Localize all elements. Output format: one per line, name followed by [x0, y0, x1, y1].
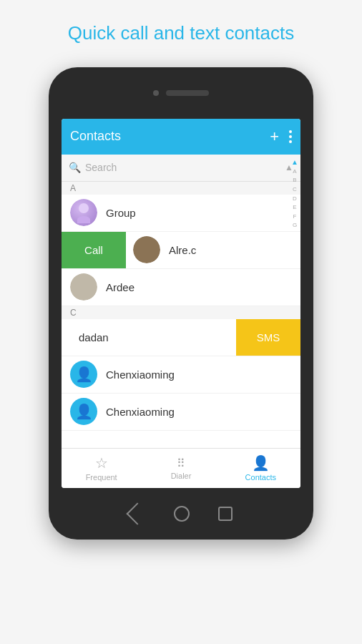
list-item[interactable]: 👤 Chenxiaoming [62, 394, 300, 431]
contacts-icon: 👤 [252, 454, 270, 472]
contact-name: Chenxiaoming [106, 369, 175, 381]
group-avatar [70, 199, 97, 226]
dialer-icon: ⠿ [177, 457, 185, 470]
scroll-letter: F [293, 213, 297, 220]
scroll-up-arrow: ▲ [291, 158, 298, 166]
tab-dialer-label: Dialer [171, 472, 192, 480]
app-bar-icons: + [270, 127, 292, 146]
scroll-letter: E [293, 204, 296, 211]
frequent-icon: ☆ [95, 454, 108, 472]
search-icon: 🔍 [69, 162, 81, 173]
scroll-letter: D [293, 195, 297, 203]
tab-frequent-label: Frequent [86, 473, 117, 482]
avatar [70, 199, 97, 226]
ardee-avatar [70, 273, 97, 301]
scroll-letter: A [293, 168, 296, 175]
person-icon: 👤 [75, 403, 93, 420]
search-input[interactable]: Search [85, 162, 117, 173]
app-title: Contacts [70, 129, 270, 144]
tab-bar: ☆ Frequent ⠿ Dialer 👤 Contacts [62, 448, 300, 488]
swipe-call-action[interactable]: Call [62, 232, 126, 268]
tab-dialer[interactable]: ⠿ Dialer [141, 449, 220, 488]
contact-name: Ardee [106, 281, 134, 293]
nav-home-icon[interactable] [174, 506, 190, 522]
add-contact-button[interactable]: + [270, 127, 279, 146]
contact-list: A Group Call Alre.c Ar [62, 182, 300, 431]
avatar [133, 236, 160, 263]
tab-contacts[interactable]: 👤 Contacts [221, 449, 300, 488]
contact-name: Group [106, 207, 136, 219]
more-options-button[interactable] [289, 130, 292, 143]
section-letter-c: C [62, 306, 300, 319]
contact-name: dadan [70, 331, 109, 343]
contact-name: Chenxiaoming [106, 406, 175, 418]
scroll-letter: C [293, 186, 297, 193]
phone-wrapper: Contacts + 🔍 Search ▲ A [49, 67, 313, 540]
person-icon: 👤 [75, 366, 93, 383]
section-letter-a: A [62, 182, 300, 195]
phone-bottom-nav [49, 488, 313, 540]
nav-square-icon[interactable] [218, 507, 233, 521]
avatar: 👤 [70, 398, 97, 425]
list-item[interactable]: Ardee [62, 269, 300, 306]
speaker-bar [166, 90, 209, 96]
avatar [70, 273, 97, 301]
tab-frequent[interactable]: ☆ Frequent [62, 449, 141, 488]
tab-contacts-label: Contacts [245, 473, 276, 482]
headline: Quick call and text contacts [39, 0, 323, 60]
scroll-letter: B [293, 177, 296, 184]
alrec-avatar [133, 236, 160, 263]
phone-screen: Contacts + 🔍 Search ▲ A [62, 119, 300, 488]
camera-dot [153, 90, 159, 96]
list-item[interactable]: Group [62, 195, 300, 232]
app-bar: Contacts + [62, 119, 300, 155]
list-item[interactable]: SMS dadan [62, 319, 300, 356]
right-scrollbar: ▲ A B C D E F G [289, 155, 300, 448]
avatar: 👤 [70, 361, 97, 388]
scroll-letter: G [293, 222, 297, 229]
contact-name: Alre.c [169, 244, 196, 256]
list-item[interactable]: Call Alre.c [62, 232, 300, 269]
phone-top-bezel [49, 67, 313, 119]
search-bar[interactable]: 🔍 Search ▲ [62, 155, 300, 182]
nav-back-icon[interactable] [126, 502, 148, 525]
list-item[interactable]: 👤 Chenxiaoming [62, 356, 300, 394]
